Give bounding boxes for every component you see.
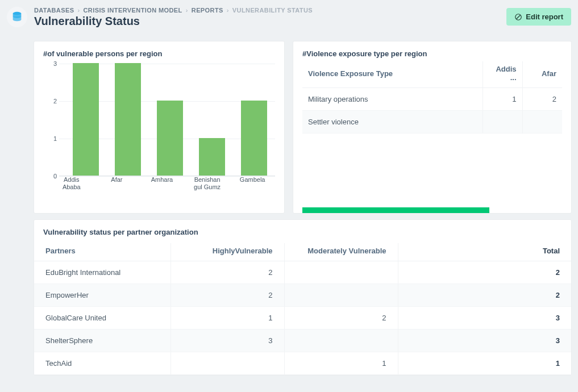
table-row[interactable]: EmpowerHer22	[34, 284, 571, 307]
edit-report-button[interactable]: Edit report	[506, 8, 571, 26]
cell-total: 2	[398, 284, 571, 307]
cell-afar	[522, 111, 562, 134]
x-tick-label: Benishan gul Gumz	[192, 176, 223, 191]
database-icon	[11, 11, 23, 23]
cell-highly-vulnerable: 1	[171, 307, 284, 330]
table-row[interactable]: EduBright International22	[34, 261, 571, 284]
y-tick-label: 2	[48, 98, 57, 105]
bar[interactable]	[199, 138, 225, 176]
table-row[interactable]: GlobalCare United123	[34, 307, 571, 330]
cell-exposure-type: Settler violence	[302, 111, 483, 134]
bar-chart: 0123 Addis AbabaAfarAmharaBenishan gul G…	[43, 61, 275, 192]
violence-title: #Violence exposure type per region	[302, 49, 562, 58]
table-row[interactable]: TechAid11	[34, 352, 571, 375]
cell-partner: EmpowerHer	[34, 284, 171, 307]
cell-total: 2	[398, 261, 571, 284]
breadcrumb-reports[interactable]: REPORTS	[192, 7, 223, 14]
cell-total: 3	[398, 307, 571, 330]
x-tick-label: Amhara	[147, 176, 177, 191]
cell-total: 3	[398, 330, 571, 352]
chevron-right-icon: ›	[77, 7, 80, 14]
breadcrumb-crisis-model[interactable]: CRISIS INTERVENTION MODEL	[84, 7, 182, 14]
cell-afar: 2	[522, 88, 562, 111]
db-logo	[7, 7, 27, 27]
breadcrumb-current: VULNERABILITY STATUS	[232, 7, 313, 14]
progress-bar	[302, 207, 489, 213]
x-tick-label: Addis Ababa	[56, 176, 87, 191]
cell-highly-vulnerable	[171, 352, 284, 375]
cell-partner: GlobalCare United	[34, 307, 171, 330]
cell-addis	[483, 111, 522, 134]
chevron-right-icon: ›	[186, 7, 188, 14]
card-violence-exposure: #Violence exposure type per region Viole…	[293, 41, 571, 213]
cell-moderately-vulnerable	[284, 330, 398, 352]
bar[interactable]	[73, 63, 99, 176]
x-tick-label: Afar	[101, 176, 132, 191]
breadcrumb: DATABASES › CRISIS INTERVENTION MODEL › …	[34, 7, 500, 14]
y-tick-label: 1	[48, 135, 57, 142]
edit-report-label: Edit report	[526, 12, 563, 21]
x-tick-label: Gambela	[237, 176, 268, 191]
cell-partner: ShelterSphere	[34, 330, 171, 352]
cell-highly-vulnerable: 3	[171, 330, 284, 352]
cell-partner: EduBright International	[34, 261, 171, 284]
col-partners[interactable]: Partners	[34, 243, 171, 261]
violence-table: Violence Exposure Type Addis ... Afar Mi…	[302, 61, 562, 134]
cell-exposure-type: Military operations	[302, 88, 483, 111]
cell-highly-vulnerable: 2	[171, 261, 284, 284]
partners-table: Partners HighlyVulnerable Moderately Vul…	[34, 243, 571, 375]
col-total[interactable]: Total	[398, 243, 571, 261]
page-title: Vulnerability Status	[34, 15, 500, 28]
y-tick-label: 3	[48, 60, 57, 67]
col-exposure-type[interactable]: Violence Exposure Type	[302, 61, 483, 88]
cell-moderately-vulnerable	[284, 284, 398, 307]
cell-highly-vulnerable: 2	[171, 284, 284, 307]
chevron-right-icon: ›	[227, 7, 229, 14]
bar[interactable]	[157, 101, 183, 176]
svg-line-2	[517, 15, 521, 19]
bar[interactable]	[115, 63, 141, 176]
cell-moderately-vulnerable	[284, 261, 398, 284]
chart-title: #of vulnerable persons per region	[43, 49, 275, 58]
bar[interactable]	[241, 101, 267, 176]
col-highly-vulnerable[interactable]: HighlyVulnerable	[171, 243, 284, 261]
table-row[interactable]: Military operations12	[302, 88, 562, 111]
cell-total: 1	[398, 352, 571, 375]
col-moderately-vulnerable[interactable]: Moderately Vulnerable	[284, 243, 398, 261]
no-entry-icon	[514, 13, 522, 21]
breadcrumb-databases[interactable]: DATABASES	[34, 7, 74, 14]
cell-moderately-vulnerable: 1	[284, 352, 398, 375]
card-vulnerable-per-region: #of vulnerable persons per region 0123 A…	[34, 41, 284, 213]
partners-title: Vulnerability status per partner organiz…	[34, 228, 571, 240]
table-row[interactable]: Settler violence	[302, 111, 562, 134]
cell-partner: TechAid	[34, 352, 171, 375]
table-row[interactable]: ShelterSphere33	[34, 330, 571, 352]
col-addis[interactable]: Addis ...	[483, 61, 522, 88]
card-partners: Vulnerability status per partner organiz…	[34, 220, 571, 375]
col-afar[interactable]: Afar	[522, 61, 562, 88]
cell-addis: 1	[483, 88, 522, 111]
cell-moderately-vulnerable: 2	[284, 307, 398, 330]
